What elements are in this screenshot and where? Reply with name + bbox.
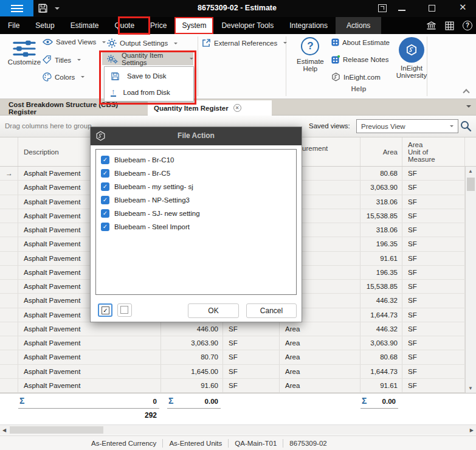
select-none-button[interactable] <box>117 303 132 317</box>
cell-unit[interactable]: SF <box>223 365 280 378</box>
menu-item-estimate[interactable]: Estimate <box>63 17 107 34</box>
dialog-list-item[interactable]: ✓ Bluebeam - my setting- sj <box>96 180 296 193</box>
menu-item-system[interactable]: System <box>174 17 213 34</box>
menu-item-load-from-disk[interactable]: ↑ Load from Disk <box>105 85 193 100</box>
search-icon[interactable] <box>460 120 472 132</box>
vertical-scroll-thumb[interactable] <box>467 178 475 191</box>
checked-checkbox-icon[interactable]: ✓ <box>101 209 109 218</box>
cell-area[interactable]: 91.61 <box>360 379 402 392</box>
cell-area[interactable]: 446.32 <box>360 322 402 336</box>
cell-unit[interactable]: SF <box>223 350 280 364</box>
checked-checkbox-icon[interactable]: ✓ <box>101 223 109 231</box>
quantity-item-settings-button[interactable]: Quantity Item Settings <box>102 52 193 65</box>
cell-quantity[interactable]: 91.60 <box>161 379 223 392</box>
cell-description[interactable]: Asphalt Pavement <box>18 350 161 364</box>
menu-item-integrations[interactable]: Integrations <box>281 17 336 34</box>
cell-quantity[interactable]: 80.70 <box>161 350 223 364</box>
dialog-header[interactable]: File Action <box>91 127 302 145</box>
scroll-up-icon[interactable]: ▲ <box>468 168 473 174</box>
cell-description[interactable]: Asphalt Pavement <box>18 322 161 336</box>
cell-area[interactable]: 15,538.85 <box>360 209 402 223</box>
horizontal-scrollbar[interactable]: ◀ ▶ <box>0 424 476 435</box>
header-area[interactable]: Area <box>360 137 402 166</box>
cell-measurement-type[interactable]: Area <box>280 379 360 392</box>
quick-access-caret-icon[interactable] <box>55 7 60 10</box>
cell-description[interactable]: Asphalt Pavement <box>18 379 161 392</box>
titles-button[interactable]: Titles <box>43 55 81 64</box>
table-row[interactable]: Asphalt Pavement 446.00 SF Area 446.32 S… <box>0 322 465 336</box>
cell-area-uom[interactable]: SF <box>402 322 465 336</box>
cell-area[interactable]: 80.68 <box>360 167 402 180</box>
checked-checkbox-icon[interactable]: ✓ <box>101 156 109 164</box>
cell-unit[interactable]: SF <box>223 379 280 392</box>
tab-quantity-item-register[interactable]: Quantity Item Register ✕ <box>148 100 272 116</box>
table-row[interactable]: Asphalt Pavement 1,645.00 SF Area 1,644.… <box>0 365 465 379</box>
cancel-button[interactable]: Cancel <box>246 303 297 318</box>
external-references-button[interactable]: External References <box>202 38 287 47</box>
dialog-list-item[interactable]: ✓ Bluebeam - Br-C10 <box>96 153 296 167</box>
table-row[interactable]: Asphalt Pavement 3,063.90 SF Area 3,063.… <box>0 336 465 350</box>
ineight-com-button[interactable]: InEight.com <box>331 72 381 81</box>
dialog-list-item[interactable]: ✓ Bluebeam - NP-Setting3 <box>96 193 296 207</box>
tab-list-caret-icon[interactable] <box>466 105 471 108</box>
maximize-button[interactable] <box>429 5 435 12</box>
checked-checkbox-icon[interactable]: ✓ <box>101 169 109 178</box>
cell-area-uom[interactable]: SF <box>402 294 465 307</box>
menu-item-file[interactable]: File <box>0 17 27 34</box>
cell-area[interactable]: 318.06 <box>360 195 402 209</box>
menu-item-quote[interactable]: Quote <box>106 17 142 34</box>
cell-area[interactable]: 80.68 <box>360 350 402 364</box>
cell-measurement-type[interactable]: Area <box>280 322 360 336</box>
popout-window-icon[interactable] <box>378 4 387 12</box>
cell-measurement-type[interactable]: Area <box>280 336 360 350</box>
customize-button[interactable]: Customize <box>4 38 45 80</box>
cell-area[interactable]: 1,644.73 <box>360 365 402 378</box>
app-menu-button[interactable] <box>0 0 33 16</box>
tab-close-icon[interactable]: ✕ <box>233 104 241 112</box>
cell-area-uom[interactable]: SF <box>402 209 465 223</box>
cell-description[interactable]: Asphalt Pavement <box>18 336 161 350</box>
cell-area[interactable]: 196.35 <box>360 237 402 251</box>
horizontal-scroll-thumb[interactable] <box>10 426 103 434</box>
cell-description[interactable]: Asphalt Pavement <box>18 365 161 378</box>
cell-area[interactable]: 3,063.90 <box>360 181 402 194</box>
menu-item-price[interactable]: Price <box>142 17 174 34</box>
cell-measurement-type[interactable]: Area <box>280 365 360 378</box>
cell-area-uom[interactable]: SF <box>402 167 465 180</box>
cell-area-uom[interactable]: SF <box>402 379 465 392</box>
release-notes-button[interactable]: Release Notes <box>331 55 388 64</box>
checked-checkbox-icon[interactable]: ✓ <box>101 196 109 204</box>
ineight-university-button[interactable]: InEightUniversity <box>394 37 429 79</box>
select-all-button[interactable]: ✓ <box>98 303 112 317</box>
cell-area-uom[interactable]: SF <box>402 336 465 350</box>
header-area-uom[interactable]: AreaUnit ofMeasure <box>402 137 465 166</box>
dialog-list-item[interactable]: ✓ Bluebeam - Br-C5 <box>96 167 296 180</box>
tab-cbs-register[interactable]: Cost Breakdown Structure (CBS) Register <box>2 100 147 116</box>
cell-area-uom[interactable]: SF <box>402 365 465 378</box>
scroll-right-icon[interactable]: ▶ <box>470 428 474 433</box>
cell-area-uom[interactable]: SF <box>402 350 465 364</box>
cell-area[interactable]: 196.35 <box>360 266 402 279</box>
help-icon[interactable]: ? <box>463 21 472 30</box>
about-estimate-button[interactable]: About Estimate <box>331 38 390 46</box>
cell-area[interactable]: 446.32 <box>360 294 402 307</box>
dialog-list-item[interactable]: ✓ Bluebeam - SJ- new setting <box>96 207 296 220</box>
scroll-left-icon[interactable]: ◀ <box>2 428 6 433</box>
cell-area-uom[interactable]: SF <box>402 308 465 322</box>
cell-area[interactable]: 1,644.73 <box>360 308 402 322</box>
cell-area[interactable]: 91.61 <box>360 252 402 265</box>
collapse-ribbon-icon[interactable] <box>463 89 469 95</box>
grid-view-icon[interactable] <box>445 21 454 30</box>
estimate-help-button[interactable]: ? EstimateHelp <box>297 37 324 72</box>
cell-quantity[interactable]: 1,645.00 <box>161 365 223 378</box>
cell-area-uom[interactable]: SF <box>402 195 465 209</box>
menu-item-actions[interactable]: Actions <box>336 17 381 34</box>
cell-area-uom[interactable]: SF <box>402 252 465 265</box>
cell-unit[interactable]: SF <box>223 322 280 336</box>
bank-icon[interactable] <box>426 21 436 30</box>
cell-area-uom[interactable]: SF <box>402 181 465 194</box>
menu-item-developer-tools[interactable]: Developer Tools <box>213 17 281 34</box>
saved-views-button[interactable]: Saved Views <box>43 38 106 46</box>
cell-unit[interactable]: SF <box>223 336 280 350</box>
colors-button[interactable]: Colors <box>43 72 85 81</box>
